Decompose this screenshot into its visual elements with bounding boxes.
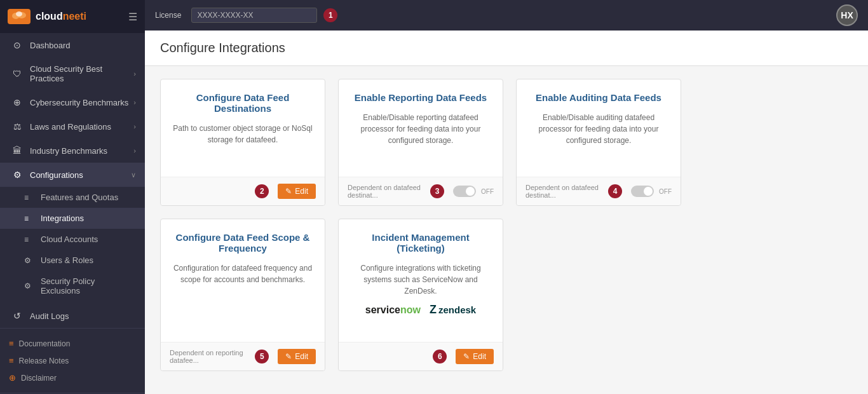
license-input[interactable]: XXXX-XXXX-XX [191,8,317,23]
card-desc: Configure integrations with ticketing sy… [350,262,491,297]
sidebar-item-label: Cybersecurity Benchmarks [30,98,133,107]
zendesk-icon: Z [430,303,437,316]
footer-text: Dependent on datafeed destinat... [348,184,425,199]
card-desc: Path to customer object storage or NoSql… [172,123,313,146]
card-body: Incident Management (Ticketing) Configur… [339,219,503,342]
toggle-reporting[interactable] [453,186,476,197]
sidebar-footer: ≡ Documentation ≡ Release Notes ⊕ Discla… [0,328,145,393]
topbar: License XXXX-XXXX-XX 1 HX [145,0,868,31]
list-icon: ≡ [24,214,36,223]
service-logos: servicenow Z zendesk [350,303,491,316]
sidebar-item-integrations[interactable]: ≡ Integrations [0,208,145,229]
sidebar-item-security-policy[interactable]: ⚙ Security Policy Exclusions [0,271,145,301]
toggle-label: OFF [659,188,672,195]
footer-link-label: Documentation [19,339,71,348]
card-footer: 6 ✎ Edit [339,342,503,370]
doc-icon: ≡ [9,339,14,348]
logo-text: cloudneeti [36,11,86,22]
footer-documentation[interactable]: ≡ Documentation [9,335,136,352]
cards-area: Configure Data Feed Destinations Path to… [145,66,868,384]
sidebar-item-label: Configurations [30,170,131,180]
sidebar-item-configurations[interactable]: ⚙ Configurations ∨ [0,163,145,187]
sidebar-item-label: Laws and Regulations [30,122,133,132]
card-title: Enable Auditing Data Feeds [528,92,669,103]
sidebar-nav: ⊙ Dashboard 🛡 Cloud Security Best Practi… [0,33,145,328]
sidebar-item-label: Cloud Security Best Practices [30,64,133,83]
list-icon: ≡ [24,235,36,244]
card-footer: Dependent on datafeed destinat... 3 OFF [339,177,503,205]
sidebar-item-industry[interactable]: 🏛 Industry Benchmarks › [0,139,145,163]
user-avatar[interactable]: HX [836,4,858,26]
edit-button-destinations[interactable]: ✎ Edit [278,184,316,199]
sidebar-item-laws[interactable]: ⚖ Laws and Regulations › [0,114,145,139]
edit-icon: ✎ [285,352,292,361]
card-title: Enable Reporting Data Feeds [350,92,491,103]
sidebar-item-cybersecurity[interactable]: ⊕ Cybersecurity Benchmarks › [0,90,145,114]
hamburger-menu[interactable]: ☰ [128,11,137,23]
card-footer: 2 ✎ Edit [161,177,325,205]
edit-button-scope[interactable]: ✎ Edit [278,349,316,364]
topbar-right: HX [836,4,858,26]
sidebar: cloudneeti ☰ ⊙ Dashboard 🛡 Cloud Securit… [0,0,145,394]
sidebar-item-users-roles[interactable]: ⚙ Users & Roles [0,250,145,271]
edit-button-incident[interactable]: ✎ Edit [456,349,494,364]
sidebar-item-label: Dashboard [30,41,136,50]
sidebar-header: cloudneeti ☰ [0,0,145,33]
sidebar-item-cloud-accounts[interactable]: ≡ Cloud Accounts [0,229,145,250]
footer-text: Dependent on datafeed destinat... [526,184,603,199]
edit-label: Edit [295,352,308,361]
footer-disclaimer[interactable]: ⊕ Disclaimer [9,369,136,386]
card-data-feed-destinations: Configure Data Feed Destinations Path to… [160,79,325,206]
step-badge-2: 2 [255,184,269,198]
card-incident-management: Incident Management (Ticketing) Configur… [338,219,503,371]
card-title: Incident Management (Ticketing) [350,232,491,254]
sidebar-item-cloud-security[interactable]: 🛡 Cloud Security Best Practices › [0,57,145,90]
chevron-right-icon: › [133,70,136,78]
card-desc: Enable/Disable auditing datafeed process… [528,112,669,146]
edit-label: Edit [295,187,308,196]
sidebar-item-dashboard[interactable]: ⊙ Dashboard [0,33,145,57]
sidebar-sub-label: Integrations [41,214,84,223]
card-desc: Configuration for datafeed frequency and… [172,262,313,285]
step-badge-5: 5 [255,350,269,363]
zendesk-logo: Z zendesk [430,303,476,316]
topbar-left: License XXXX-XXXX-XX 1 [155,8,337,23]
sidebar-sub-label: Users & Roles [41,255,93,265]
servicenow-logo: servicenow [365,304,421,316]
sidebar-item-audit-logs[interactable]: ↺ Audit Logs [0,304,145,328]
shield-icon: 🛡 [11,69,24,79]
edit-icon: ✎ [463,352,470,361]
step-badge-4: 4 [608,184,622,198]
main-area: License XXXX-XXXX-XX 1 HX Configure Inte… [145,0,868,394]
list-icon: ≡ [24,193,36,202]
sidebar-sub-label: Cloud Accounts [41,234,98,244]
toggle-label: OFF [481,188,494,195]
sidebar-item-features[interactable]: ≡ Features and Quotas [0,187,145,208]
license-label: License [155,11,181,20]
footer-link-label: Disclaimer [21,374,57,383]
notes-icon: ≡ [9,356,14,365]
card-data-feed-scope: Configure Data Feed Scope & Frequency Co… [160,219,325,371]
card-title: Configure Data Feed Destinations [172,92,313,114]
laws-icon: ⚖ [11,121,24,132]
sidebar-sub-label: Features and Quotas [41,193,118,202]
content-header: Configure Integrations [145,31,868,66]
sidebar-item-label: Audit Logs [30,311,136,321]
content-area: Configure Integrations Configure Data Fe… [145,31,868,394]
edit-label: Edit [473,352,486,361]
card-footer: Dependent on reporting datafee... 5 ✎ Ed… [161,342,325,370]
toggle-auditing[interactable] [631,186,654,197]
footer-release-notes[interactable]: ≡ Release Notes [9,352,136,369]
step-badge-6: 6 [433,350,447,363]
logo-icon [8,9,31,24]
page-title: Configure Integrations [160,41,853,55]
industry-icon: 🏛 [11,146,24,156]
step-badge-3: 3 [430,184,444,198]
chevron-down-icon: ∨ [131,171,136,179]
security-icon: ⚙ [24,282,36,290]
footer-link-label: Release Notes [19,357,69,365]
chevron-right-icon: › [133,123,136,130]
cybersecurity-icon: ⊕ [11,97,24,107]
edit-icon: ✎ [285,187,292,196]
gear-icon: ⚙ [11,170,24,180]
